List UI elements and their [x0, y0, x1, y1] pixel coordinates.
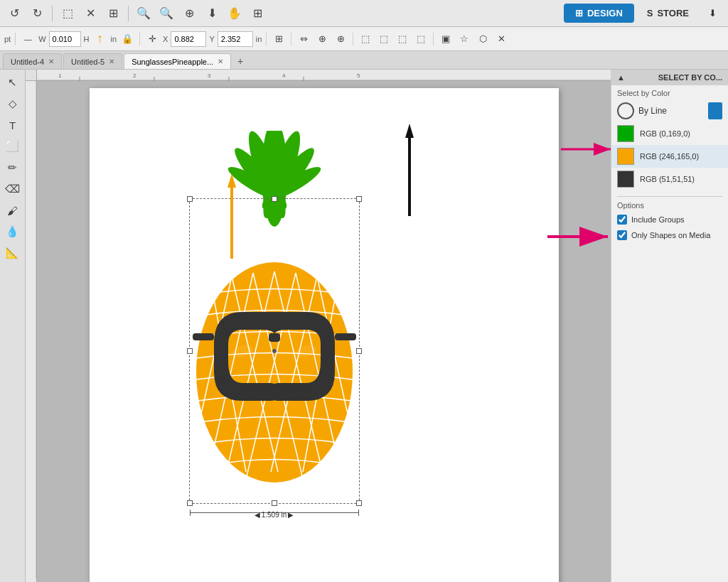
svg-rect-23 [193, 333, 214, 340]
star-icon[interactable]: ☆ [456, 31, 472, 47]
only-shapes-checkbox[interactable] [617, 230, 627, 240]
tab-sunglasses-label: SunglassesPineapple... [132, 58, 213, 66]
panel-title: SELECT BY CO... [658, 73, 722, 82]
transform4-icon[interactable]: ⬚ [413, 31, 429, 47]
panel-header: ▲ SELECT BY CO... [611, 70, 728, 85]
close2-icon[interactable]: ✕ [493, 31, 509, 47]
cube-icon[interactable]: ⬡ [475, 31, 491, 47]
color-row-green[interactable]: RGB (0,169,0) [611, 122, 728, 145]
grid-icon[interactable]: ⊞ [103, 4, 123, 23]
lock-icon[interactable]: 🔒 [119, 31, 135, 47]
hand-icon[interactable]: ✋ [225, 4, 245, 23]
left-toolbar: ↖ ◇ T ⬜ ✏ ⌫ 🖌 💧 📐 [0, 70, 26, 582]
paint-tool[interactable]: 🖌 [3, 200, 23, 220]
design-button[interactable]: ⊞ DESIGN [564, 4, 634, 23]
include-groups-checkbox[interactable] [617, 215, 627, 225]
by-line-row[interactable]: By Line [611, 99, 728, 122]
line-style-icon[interactable]: — [20, 31, 36, 47]
in2-label: in [256, 35, 262, 43]
eyedrop-tool[interactable]: 💧 [3, 222, 23, 242]
panel-scroll-up[interactable]: ▲ [617, 73, 625, 82]
refresh-icon[interactable]: ↻ [27, 4, 47, 23]
tab-sunglasses-close[interactable]: ✕ [218, 58, 223, 65]
w-label: W [38, 35, 46, 43]
sep1 [52, 6, 53, 21]
tab-sunglasses[interactable]: SunglassesPineapple... ✕ [124, 53, 231, 69]
prop-sep4 [291, 33, 291, 45]
grid2-icon[interactable]: ⊞ [271, 31, 287, 47]
y-input[interactable] [218, 31, 253, 47]
tab-untitled5-label: Untitled-5 [71, 58, 105, 66]
zoom-fit-icon[interactable]: ⊕ [179, 4, 199, 23]
transform1-icon[interactable]: ⬚ [358, 31, 373, 47]
color-swatch-orange [617, 148, 634, 165]
pt-label: pt [4, 35, 11, 43]
transform3-icon[interactable]: ⬚ [395, 31, 410, 47]
color-row-black[interactable]: RGB (51,51,51) [611, 168, 728, 190]
tab-bar: Untitled-4 ✕ Untitled-5 ✕ SunglassesPine… [0, 51, 728, 70]
rotate-icon[interactable]: ↺ [4, 4, 24, 23]
zoom-out-icon[interactable]: 🔍 [156, 4, 176, 23]
svg-text:1: 1 [58, 72, 62, 79]
pen-tool[interactable]: ✏ [3, 158, 23, 178]
download-button[interactable]: ⬇ [702, 4, 724, 23]
main-toolbar: ↺ ↻ ⬚ ✕ ⊞ 🔍 🔍 ⊕ ⬇ ✋ ⊞ ⊞ DESIGN S STORE ⬇ [0, 0, 728, 27]
select-icon[interactable]: ⬚ [58, 4, 77, 23]
y-label: Y [209, 35, 214, 43]
transform2-icon[interactable]: ⬚ [376, 31, 392, 47]
store-icon: S [647, 8, 653, 18]
text-tool[interactable]: T [3, 115, 23, 135]
orange-arrow-up: ↑ [92, 31, 108, 47]
grid-design-icon: ⊞ [575, 8, 583, 18]
main-area: ↖ ◇ T ⬜ ✏ ⌫ 🖌 💧 📐 1 2 3 4 5 [0, 70, 728, 582]
ruler-vertical [26, 81, 37, 582]
x-label: X [163, 35, 168, 43]
svg-marker-27 [405, 124, 414, 138]
svg-text:2: 2 [133, 72, 136, 79]
canvas-wrapper: 1 2 3 4 5 [26, 70, 611, 582]
node-tool[interactable]: ◇ [3, 94, 23, 114]
panel-section-title: Select by Color [611, 85, 728, 99]
close-icon[interactable]: ✕ [80, 4, 100, 23]
measure-tool[interactable]: 📐 [3, 243, 23, 263]
by-line-indicator [708, 102, 722, 119]
prop-sep5 [353, 33, 353, 45]
include-groups-row[interactable]: Include Groups [617, 212, 722, 227]
by-line-label: By Line [638, 106, 667, 116]
color-label-green: RGB (0,169,0) [640, 129, 690, 138]
pointer-tool[interactable]: ↖ [3, 72, 23, 92]
align3-icon[interactable]: ⊕ [333, 31, 348, 47]
canvas-background[interactable]: ◀ 1.509 in ▶ [37, 81, 611, 582]
tab-untitled4-close[interactable]: ✕ [48, 58, 54, 65]
tab-untitled5[interactable]: Untitled-5 ✕ [63, 53, 122, 69]
fill-icon[interactable]: ▣ [438, 31, 454, 47]
tab-untitled5-close[interactable]: ✕ [109, 58, 114, 65]
w-input[interactable] [49, 31, 81, 47]
tab-add-button[interactable]: + [232, 53, 248, 69]
h-label: H [84, 35, 90, 43]
plus-icon[interactable]: ⊞ [247, 4, 267, 23]
property-bar: pt — W H ↑ in 🔒 ✛ X Y in ⊞ ⇔ ⊕ ⊕ ⬚ ⬚ ⬚ ⬚… [0, 27, 728, 51]
svg-text:5: 5 [357, 72, 360, 79]
color-label-black: RGB (51,51,51) [640, 175, 695, 183]
tab-untitled4[interactable]: Untitled-4 ✕ [3, 53, 62, 69]
svg-text:4: 4 [282, 72, 286, 79]
prop-sep1 [15, 33, 16, 45]
eraser-tool[interactable]: ⌫ [3, 179, 23, 199]
color-row-orange[interactable]: RGB (246,165,0) [611, 145, 728, 168]
pineapple-image[interactable] [175, 131, 374, 514]
ruler-corner [26, 70, 37, 81]
arrow-down-icon[interactable]: ⬇ [202, 4, 222, 23]
store-button[interactable]: S STORE [637, 4, 699, 23]
prop-sep3 [266, 33, 267, 45]
shape-tool[interactable]: ⬜ [3, 136, 23, 156]
move-icon[interactable]: ✛ [144, 31, 160, 47]
zoom-in-icon[interactable]: 🔍 [134, 4, 154, 23]
only-shapes-row[interactable]: Only Shapes on Media [617, 227, 722, 243]
canvas-page[interactable]: ◀ 1.509 in ▶ [90, 88, 559, 582]
options-title: Options [617, 196, 722, 212]
x-input[interactable] [171, 31, 206, 47]
align1-icon[interactable]: ⇔ [296, 31, 311, 47]
align2-icon[interactable]: ⊕ [314, 31, 330, 47]
prop-sep6 [433, 33, 434, 45]
